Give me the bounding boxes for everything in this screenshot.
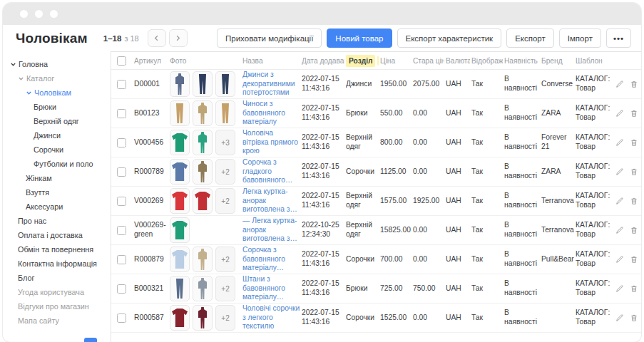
- product-photo[interactable]: [193, 130, 213, 155]
- product-photo[interactable]: [193, 276, 213, 301]
- sidebar-item[interactable]: Мапа сайту: [3, 314, 111, 328]
- delete-icon[interactable]: [630, 226, 638, 234]
- delete-icon[interactable]: [630, 109, 638, 118]
- product-photo[interactable]: [193, 247, 213, 272]
- more-actions-button[interactable]: •••: [606, 28, 631, 48]
- product-photo[interactable]: [170, 100, 190, 126]
- column-header-price[interactable]: Ціна: [380, 57, 412, 65]
- sidebar-item[interactable]: Сорочки: [3, 142, 111, 157]
- row-checkbox[interactable]: [117, 109, 126, 118]
- row-checkbox[interactable]: [117, 284, 126, 294]
- new-product-button[interactable]: Новий товар: [327, 28, 392, 48]
- product-name-link[interactable]: Чиноси з бавовняного матеріалу: [242, 100, 300, 128]
- column-header-category-sorted[interactable]: Розділ: [346, 55, 379, 67]
- sidebar-item[interactable]: Брюки: [3, 100, 111, 114]
- column-header-sku[interactable]: Артикул: [134, 57, 168, 65]
- sidebar-item[interactable]: Головна: [3, 57, 111, 71]
- product-photo[interactable]: [215, 100, 235, 126]
- product-photo[interactable]: [170, 188, 190, 214]
- more-photos-badge[interactable]: +3: [215, 130, 235, 155]
- row-checkbox[interactable]: [117, 226, 126, 235]
- hide-modifications-button[interactable]: Приховати модифікації: [217, 28, 322, 48]
- select-all-checkbox[interactable]: [117, 56, 126, 66]
- delete-icon[interactable]: [630, 284, 638, 293]
- edit-icon[interactable]: [615, 197, 624, 205]
- product-photo[interactable]: [170, 159, 190, 185]
- sidebar-scrollbar-thumb[interactable]: [84, 338, 97, 342]
- row-checkbox[interactable]: [117, 80, 126, 89]
- sidebar-item[interactable]: Чоловікам: [3, 86, 111, 100]
- window-control-minimize[interactable]: [35, 10, 43, 18]
- product-name-link[interactable]: Сорочка з бавовняного матеріалу притален…: [242, 246, 300, 274]
- product-name-link[interactable]: Штани з бавовняного матеріалу прямого кр…: [242, 275, 300, 303]
- sidebar-item[interactable]: Про нас: [3, 214, 111, 228]
- delete-icon[interactable]: [630, 255, 638, 264]
- column-header-date[interactable]: Дата додавання: [302, 57, 344, 65]
- product-photo[interactable]: [193, 71, 213, 97]
- product-photo[interactable]: [170, 276, 190, 301]
- edit-icon[interactable]: [615, 138, 624, 147]
- delete-icon[interactable]: [630, 80, 638, 88]
- sidebar-item[interactable]: Контактна інформація: [3, 256, 111, 271]
- edit-icon[interactable]: [615, 226, 624, 234]
- sidebar-item[interactable]: Взуття: [3, 185, 111, 200]
- sidebar-item[interactable]: Каталог: [3, 71, 111, 86]
- window-control-close[interactable]: [20, 10, 28, 18]
- more-photos-badge[interactable]: +2: [215, 247, 235, 272]
- edit-icon[interactable]: [615, 167, 624, 176]
- sidebar-item[interactable]: Жінкам: [3, 171, 111, 185]
- sidebar-item[interactable]: Угода користувача: [3, 285, 111, 299]
- delete-icon[interactable]: [630, 314, 638, 322]
- sidebar-item[interactable]: Аксесуари: [3, 200, 111, 214]
- product-name-link[interactable]: — Легка куртка-анорак виготовлена з текс…: [242, 217, 300, 244]
- product-photo[interactable]: [170, 71, 190, 97]
- column-header-old-price[interactable]: Стара ціна: [413, 57, 444, 65]
- export-button[interactable]: Експорт: [506, 28, 554, 48]
- product-name-link[interactable]: Джинси з декоративними потертостями: [242, 71, 300, 98]
- sidebar-item[interactable]: Оплата і доставка: [3, 228, 111, 242]
- column-header-name[interactable]: Назва: [242, 57, 300, 65]
- sidebar-item[interactable]: Футболки и поло: [3, 157, 111, 171]
- edit-icon[interactable]: [615, 255, 624, 264]
- more-photos-badge[interactable]: +2: [215, 305, 235, 331]
- next-page-button[interactable]: [169, 29, 188, 47]
- product-name-link[interactable]: Сорочка з гладкого бавовняного текстилю: [242, 158, 300, 186]
- product-photo[interactable]: [170, 217, 190, 243]
- window-control-zoom[interactable]: [50, 10, 58, 18]
- product-photo[interactable]: [193, 159, 213, 185]
- edit-icon[interactable]: [615, 80, 624, 88]
- row-checkbox[interactable]: [117, 138, 126, 147]
- product-photo[interactable]: [193, 188, 213, 214]
- edit-icon[interactable]: [615, 284, 624, 293]
- delete-icon[interactable]: [630, 197, 638, 205]
- more-photos-badge[interactable]: +2: [215, 188, 235, 214]
- product-name-link[interactable]: Легка куртка-анорак виготовлена з тексти…: [242, 187, 300, 215]
- edit-icon[interactable]: [615, 109, 624, 118]
- sidebar-item[interactable]: Верхній одяг: [3, 114, 111, 128]
- export-characteristics-button[interactable]: Експорт характеристик: [397, 28, 502, 48]
- sidebar-item[interactable]: Джинси: [3, 128, 111, 142]
- delete-icon[interactable]: [630, 138, 638, 147]
- more-photos-badge[interactable]: +2: [215, 159, 235, 185]
- more-photos-badge[interactable]: +2: [215, 276, 235, 301]
- product-photo[interactable]: [170, 247, 190, 272]
- product-photo[interactable]: [170, 130, 190, 155]
- prev-page-button[interactable]: [148, 29, 166, 47]
- product-photo[interactable]: [193, 100, 213, 126]
- sidebar-item[interactable]: Блог: [3, 271, 111, 285]
- import-button[interactable]: Імпорт: [559, 28, 601, 48]
- sort-icon[interactable]: [377, 56, 379, 66]
- row-checkbox[interactable]: [117, 255, 126, 264]
- delete-icon[interactable]: [630, 167, 638, 176]
- row-checkbox[interactable]: [117, 314, 126, 323]
- sidebar-item[interactable]: Відгуки про магазин: [3, 299, 111, 314]
- edit-icon[interactable]: [615, 314, 624, 322]
- row-checkbox[interactable]: [117, 167, 126, 177]
- product-name-link[interactable]: Чоловіча вітрівка прямого крою: [242, 129, 300, 157]
- product-photo[interactable]: [215, 71, 235, 97]
- product-name-link[interactable]: Чоловічі сорочки з легкого текстилю: [242, 304, 300, 332]
- product-photo[interactable]: [170, 305, 190, 331]
- product-photo[interactable]: [193, 305, 213, 331]
- row-checkbox[interactable]: [117, 197, 126, 206]
- sidebar-item[interactable]: Обмін та повернення: [3, 242, 111, 256]
